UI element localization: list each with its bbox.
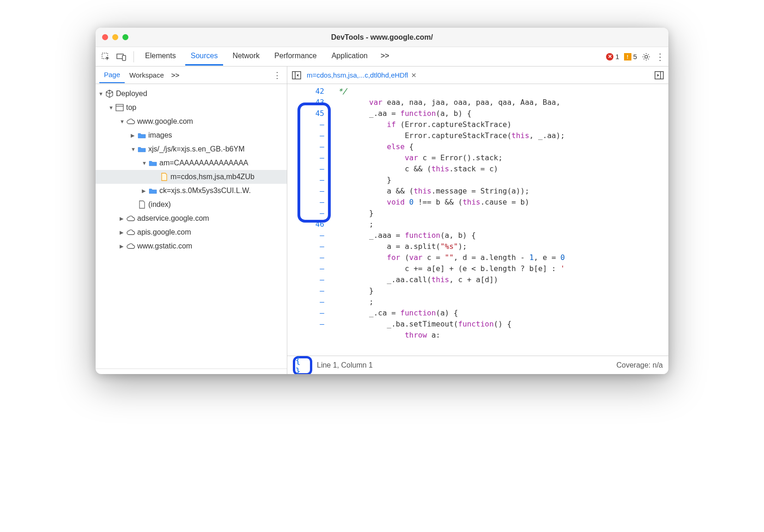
navigator-tab-workspace[interactable]: Workspace [125, 67, 169, 83]
tree-item[interactable]: ▼www.google.com [96, 115, 287, 128]
close-tab-icon[interactable]: ✕ [411, 72, 417, 79]
navigator-more-icon[interactable]: ⋮ [271, 70, 283, 80]
tree-item[interactable]: ▶www.gstatic.com [96, 239, 287, 253]
tree-item[interactable]: (index) [96, 198, 287, 212]
toggle-navigator-icon[interactable] [290, 69, 303, 82]
error-icon: ✕ [606, 53, 613, 60]
tab-elements[interactable]: Elements [139, 48, 182, 66]
titlebar: DevTools - www.google.com/ [96, 28, 668, 47]
panel-tabs: Elements Sources Network Performance App… [139, 48, 393, 66]
tab-sources[interactable]: Sources [185, 48, 224, 66]
window-title: DevTools - www.google.com/ [96, 33, 668, 42]
tabs-overflow-icon[interactable]: >> [377, 48, 393, 66]
navigator-sidebar: Page Workspace >> ⋮ ▼Deployed▼top▼www.go… [96, 66, 287, 374]
svg-point-3 [645, 55, 648, 58]
tree-item[interactable]: ▼xjs/_/js/k=xjs.s.en_GB.-b6YM [96, 142, 287, 156]
toggle-debugger-icon[interactable] [653, 69, 666, 82]
settings-icon[interactable] [642, 52, 651, 61]
editor-tabbar: m=cdos,hsm,jsa,...c,dtl0hd,eHDfl ✕ [287, 66, 668, 84]
line-gutter[interactable]: 424345–––––––––46––––––––– [287, 84, 329, 356]
pretty-print-icon[interactable]: { } [295, 355, 310, 375]
code-content[interactable]: */ var eaa, naa, jaa, oaa, paa, qaa, Aaa… [329, 84, 668, 356]
editor-file-tab[interactable]: m=cdos,hsm,jsa,...c,dtl0hd,eHDfl ✕ [303, 71, 420, 79]
file-tree[interactable]: ▼Deployed▼top▼www.google.com▶images▼xjs/… [96, 84, 287, 369]
warning-count-badge[interactable]: ! 5 [624, 53, 637, 60]
main-content: Page Workspace >> ⋮ ▼Deployed▼top▼www.go… [96, 66, 668, 374]
svg-rect-2 [122, 55, 126, 60]
more-options-icon[interactable]: ⋮ [655, 51, 665, 62]
editor-footer: { } Line 1, Column 1 Coverage: n/a [287, 356, 668, 374]
warning-icon: ! [624, 53, 631, 60]
code-editor[interactable]: 424345–––––––––46––––––––– */ var eaa, n… [287, 84, 668, 356]
inspect-element-icon[interactable] [99, 50, 112, 63]
editor-tab-title: m=cdos,hsm,jsa,...c,dtl0hd,eHDfl [307, 71, 408, 79]
cursor-position: Line 1, Column 1 [317, 361, 373, 369]
svg-rect-4 [116, 104, 123, 111]
navigator-tabs: Page Workspace >> ⋮ [96, 66, 287, 84]
pretty-print-button-highlight: { } [293, 356, 312, 375]
tree-item[interactable]: ▶adservice.google.com [96, 212, 287, 225]
editor-pane: m=cdos,hsm,jsa,...c,dtl0hd,eHDfl ✕ 42434… [287, 66, 668, 374]
tree-item[interactable]: ▼am=CAAAAAAAAAAAAAA [96, 156, 287, 170]
tab-network[interactable]: Network [227, 48, 265, 66]
coverage-status: Coverage: n/a [616, 361, 663, 369]
tree-item[interactable]: ▼Deployed [96, 87, 287, 101]
tree-item[interactable]: m=cdos,hsm,jsa,mb4ZUb [96, 170, 287, 184]
tree-item[interactable]: ▶ck=xjs.s.0Mx5ys3sCUI.L.W. [96, 184, 287, 198]
tab-application[interactable]: Application [326, 48, 373, 66]
main-toolbar: Elements Sources Network Performance App… [96, 47, 668, 66]
navigator-overflow-icon[interactable]: >> [169, 71, 182, 79]
tab-performance[interactable]: Performance [269, 48, 322, 66]
devtools-window: DevTools - www.google.com/ Elements Sour… [96, 28, 668, 374]
tree-item[interactable]: ▶images [96, 128, 287, 142]
device-toolbar-icon[interactable] [115, 50, 128, 63]
tree-item[interactable]: ▶apis.google.com [96, 225, 287, 239]
navigator-tab-page[interactable]: Page [99, 67, 125, 83]
error-count-badge[interactable]: ✕ 1 [606, 53, 619, 60]
tree-item[interactable]: ▼top [96, 101, 287, 115]
